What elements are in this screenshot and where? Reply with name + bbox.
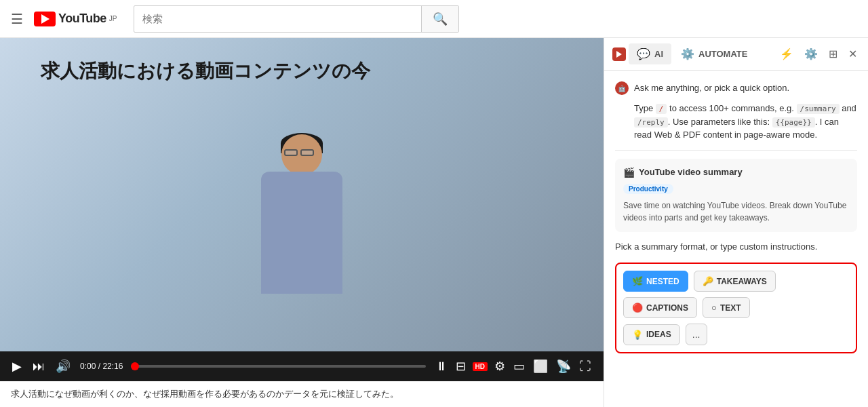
right-controls: ⏸ ⊟ HD ⚙ ▭ ⬜ 📡 ⛶ (434, 357, 593, 375)
card-video-icon: 🎬 (623, 167, 635, 178)
panel-header: 💬 AI ⚙️ AUTOMATE ⚡ ⚙️ ⊞ ✕ (604, 38, 868, 71)
prompt-text: Pick a summary format, or type custom in… (615, 240, 857, 254)
nested-button[interactable]: 🌿 NESTED (623, 271, 688, 292)
video-area: 求人活動における動画コンテンツの今 ▶ ⏭ 🔊 0:00 (0, 38, 604, 407)
youtube-logo: YouTubeJP (34, 12, 117, 26)
automate-tab-label: AUTOMATE (698, 49, 747, 59)
columns-button[interactable]: ⊞ (826, 45, 840, 63)
progress-dot (131, 362, 139, 370)
video-controls: ▶ ⏭ 🔊 0:00 / 22:16 ⏸ ⊟ HD ⚙ ▭ ⬜ 📡 ⛶ (0, 351, 604, 381)
format-row-1: 🌿 NESTED 🔑 TAKEAWAYS 🔴 CAPTIONS ○ TEXT (623, 271, 849, 318)
youtube-play-icon (41, 14, 50, 24)
next-button[interactable]: ⏭ (31, 358, 46, 375)
search-input[interactable] (134, 7, 421, 30)
youtube-summary-card: 🎬 YouTube video summary Productivity Sav… (615, 159, 857, 232)
glass-left (284, 149, 298, 156)
format-buttons-section: 🌿 NESTED 🔑 TAKEAWAYS 🔴 CAPTIONS ○ TEXT (615, 263, 857, 353)
youtube-jp: JP (109, 15, 117, 22)
maxai-logo-play (616, 51, 622, 58)
lightning-button[interactable]: ⚡ (777, 45, 796, 63)
summary-code: /summary (797, 104, 840, 114)
takeaways-label: TAKEAWAYS (717, 277, 767, 286)
close-button[interactable]: ✕ (846, 45, 860, 63)
settings-button[interactable]: ⚙ (493, 357, 507, 375)
ai-avatar-icon: 🤖 (618, 85, 626, 92)
ai-intro-message: 🤖 Ask me anything, or pick a quick optio… (615, 81, 857, 95)
sidebar-panel: 💬 AI ⚙️ AUTOMATE ⚡ ⚙️ ⊞ ✕ 🤖 (604, 38, 868, 407)
captions-button[interactable]: 🔴 CAPTIONS (623, 297, 697, 318)
text-icon: ○ (711, 303, 717, 313)
ideas-button[interactable]: 💡 IDEAS (623, 324, 680, 345)
captions-icon: 🔴 (632, 303, 643, 313)
tab-automate[interactable]: ⚙️ AUTOMATE (673, 43, 755, 64)
gear-button[interactable]: ⚙️ (802, 45, 821, 63)
presenter-glasses (284, 149, 314, 156)
search-bar: 🔍 (134, 5, 459, 33)
below-video-description: 求人活動になぜ動画が利くのか、なぜ採用動画を作る必要があるのかデータを元に検証し… (11, 389, 399, 399)
cast-button[interactable]: 📡 (555, 357, 572, 375)
ai-detail-text: Type / to access 100+ commands, e.g. /su… (634, 102, 857, 142)
more-label: ... (692, 329, 701, 340)
glass-right (300, 149, 314, 156)
hamburger-menu[interactable]: ☰ (11, 11, 23, 27)
maxai-logo (612, 47, 626, 61)
ai-avatar: 🤖 (615, 81, 629, 95)
tab-ai[interactable]: 💬 AI (629, 43, 671, 64)
panel-header-actions: ⚡ ⚙️ ⊞ ✕ (777, 45, 860, 63)
video-player[interactable]: 求人活動における動画コンテンツの今 (0, 38, 604, 351)
below-video-text: 求人活動になぜ動画が利くのか、なぜ採用動画を作る必要があるのかデータを元に検証し… (0, 381, 604, 407)
presenter-body-figure (248, 134, 356, 311)
panel-divider-1 (615, 150, 857, 151)
top-bar: ☰ YouTubeJP 🔍 (0, 0, 868, 38)
presenter-figure (248, 134, 356, 311)
more-formats-button[interactable]: ... (686, 324, 707, 345)
search-button[interactable]: 🔍 (421, 6, 458, 32)
video-title-overlay: 求人活動における動画コンテンツの今 (41, 58, 370, 84)
miniplayer-button[interactable]: ⬜ (532, 357, 549, 375)
card-description: Save time on watching YouTube videos. Br… (623, 199, 849, 224)
takeaways-icon: 🔑 (703, 276, 713, 286)
pause-icon[interactable]: ⏸ (434, 358, 449, 375)
youtube-icon (34, 12, 56, 26)
text-button[interactable]: ○ TEXT (703, 297, 750, 318)
card-badge: Productivity (623, 184, 673, 194)
format-row-2: 💡 IDEAS ... (623, 324, 849, 345)
panel-content: 🤖 Ask me anything, or pick a quick optio… (604, 71, 868, 407)
nested-icon: 🌿 (632, 276, 643, 286)
presenter-shirt (261, 172, 342, 294)
page-param-code: {{page}} (772, 117, 815, 128)
panel-tabs: 💬 AI ⚙️ AUTOMATE (629, 43, 774, 64)
subtitles-button[interactable]: ⊟ (454, 357, 467, 375)
hd-badge: HD (473, 362, 488, 371)
takeaways-button[interactable]: 🔑 TAKEAWAYS (694, 271, 776, 292)
ai-intro-text: Ask me anything, or pick a quick option. (634, 81, 789, 95)
ai-detail-message: Type / to access 100+ commands, e.g. /su… (615, 102, 857, 142)
slash-code: / (656, 104, 667, 114)
ai-tab-label: AI (654, 49, 663, 59)
search-icon: 🔍 (433, 12, 448, 26)
theater-mode-button[interactable]: ▭ (512, 357, 526, 375)
ideas-icon: 💡 (632, 330, 643, 340)
nested-label: NESTED (646, 277, 679, 286)
ideas-label: IDEAS (646, 330, 671, 339)
ai-tab-icon: 💬 (637, 47, 650, 60)
card-title-row: 🎬 YouTube video summary (623, 167, 849, 178)
captions-label: CAPTIONS (646, 303, 688, 313)
youtube-text: YouTube (58, 12, 106, 26)
volume-button[interactable]: 🔊 (54, 357, 72, 375)
play-button[interactable]: ▶ (11, 357, 23, 375)
automate-tab-icon: ⚙️ (681, 47, 694, 60)
reply-code: /reply (634, 117, 668, 128)
card-title: YouTube video summary (639, 167, 743, 177)
text-label: TEXT (720, 303, 741, 313)
main-content: 求人活動における動画コンテンツの今 ▶ ⏭ 🔊 0:00 (0, 38, 868, 407)
progress-bar[interactable] (131, 365, 425, 368)
time-display: 0:00 / 22:16 (80, 362, 123, 371)
fullscreen-button[interactable]: ⛶ (578, 358, 593, 375)
